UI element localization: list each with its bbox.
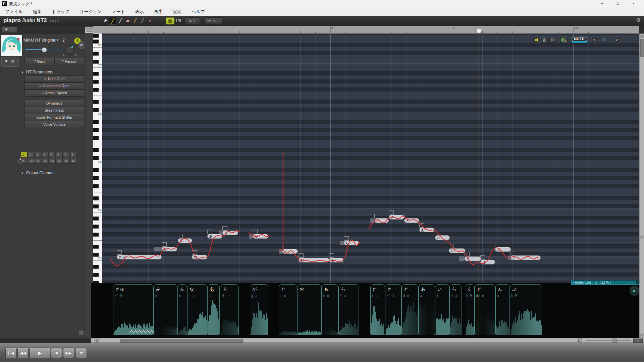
channel-6[interactable]: 6 xyxy=(56,152,63,157)
black-key[interactable] xyxy=(93,52,99,56)
note[interactable]: り xyxy=(222,231,238,235)
note[interactable]: ぶ xyxy=(510,255,541,260)
minimize-button[interactable]: − xyxy=(596,0,608,7)
maximize-button[interactable]: □ xyxy=(612,0,624,7)
note-handle[interactable] xyxy=(435,231,440,235)
scroll-left-icon[interactable]: ◀ xyxy=(94,338,99,343)
note[interactable]: あ xyxy=(419,228,434,232)
note-handle[interactable] xyxy=(222,226,227,231)
channel-1[interactable]: 1 xyxy=(21,152,28,157)
note-handle[interactable] xyxy=(480,255,485,260)
channel-9[interactable]: 9 xyxy=(21,158,28,164)
scroll-up-icon[interactable]: ▲ xyxy=(640,34,644,38)
waveform-strip[interactable]: きゅk' Mみm' iんnなn aあaり4' iがg aとt oおoもm oら4… xyxy=(91,283,639,338)
note-handle[interactable] xyxy=(465,252,470,256)
note[interactable]: お xyxy=(299,258,329,262)
output-channel-header[interactable]: ▼Output Channel xyxy=(21,171,54,175)
singer-fx-toggle[interactable]: ★ ▦ xyxy=(1,57,19,67)
meter-tempo-box[interactable]: METER TEMPO xyxy=(85,27,93,33)
scroll-down-icon[interactable]: ▼ xyxy=(640,235,644,239)
apply-button[interactable]: ↵ xyxy=(614,36,621,44)
black-key[interactable] xyxy=(93,60,99,64)
note-handle[interactable] xyxy=(419,223,424,228)
voice-param-3[interactable]: Voice Voltage xyxy=(24,121,84,128)
menu-item[interactable]: 設定 xyxy=(168,7,186,16)
voice-param-0[interactable]: Dynamics xyxy=(24,100,84,107)
black-key[interactable] xyxy=(93,196,99,200)
black-key[interactable] xyxy=(93,128,99,132)
note-handle[interactable] xyxy=(117,250,122,255)
note-length-dropdown[interactable]: r3▼ xyxy=(184,17,200,24)
note[interactable]: き xyxy=(389,215,404,220)
black-key[interactable] xyxy=(93,156,99,160)
loop-button[interactable]: ⇄ xyxy=(76,348,87,358)
eraser-tool[interactable]: ▰ xyxy=(124,17,131,24)
scroll-right-icon[interactable]: ▶ xyxy=(577,338,582,343)
nt-parameters-header[interactable]: ▼NT Parameters xyxy=(21,70,53,74)
black-key[interactable] xyxy=(93,168,99,172)
channel-8[interactable]: 8 xyxy=(70,152,77,157)
add-track-button[interactable]: +▼ xyxy=(2,27,17,33)
black-key[interactable] xyxy=(93,108,99,112)
piano-keyboard[interactable]: F7C7C6C5C4C3 xyxy=(93,34,103,283)
note-handle[interactable] xyxy=(192,250,197,255)
play-button[interactable]: ▶ xyxy=(30,348,50,358)
rewind-button[interactable]: ◀◀ xyxy=(17,348,29,358)
note[interactable]: た xyxy=(374,218,389,223)
panpot-button[interactable]: * Panpot xyxy=(54,58,84,65)
black-key[interactable] xyxy=(93,253,99,257)
menu-item[interactable]: リージョン xyxy=(74,7,107,16)
menu-item[interactable]: 編集 xyxy=(28,7,47,16)
forward-button[interactable]: ▶▶ xyxy=(63,348,74,358)
channel-3[interactable]: 3 xyxy=(35,152,42,157)
close-button[interactable]: × xyxy=(628,0,639,7)
nt-param-0[interactable]: ılıNote Gain xyxy=(24,75,84,82)
menu-item[interactable]: ノート xyxy=(107,7,130,16)
black-key[interactable] xyxy=(93,176,99,180)
black-key[interactable] xyxy=(93,80,99,84)
channel-14[interactable]: 14 xyxy=(56,158,63,164)
pitch-curve-tool-button[interactable]: ∿ xyxy=(591,36,598,44)
horizontal-scrollbar[interactable]: ◀ ▶ ∿ xyxy=(91,338,644,343)
note[interactable]: ら xyxy=(449,248,465,253)
vscroll-thumb[interactable] xyxy=(640,39,644,57)
menu-item[interactable]: 再生 xyxy=(149,7,168,16)
volume-knob[interactable] xyxy=(42,47,47,53)
note[interactable]: み xyxy=(162,247,177,251)
singer-avatar[interactable] xyxy=(1,35,22,56)
track-name[interactable]: MIKU NT Original++ 2 xyxy=(23,38,65,43)
black-key[interactable] xyxy=(93,204,99,208)
note[interactable]: と xyxy=(282,249,298,254)
pan-knob[interactable] xyxy=(65,45,75,55)
note[interactable]: も xyxy=(329,258,343,262)
note-handle[interactable] xyxy=(207,230,212,234)
pencil-tool[interactable]: ╱ xyxy=(109,17,116,25)
vertical-scrollbar[interactable]: ▲ ▼ ▼ xyxy=(639,34,644,338)
scroll-down2-icon[interactable]: ▼ xyxy=(640,334,644,338)
voice-param-2[interactable]: Super Formant Shifter xyxy=(24,114,84,121)
channel-4[interactable]: 4 xyxy=(42,152,49,157)
note-handle[interactable] xyxy=(282,245,287,249)
note-handle[interactable] xyxy=(449,244,454,248)
grid-snap-button[interactable]: ▦ xyxy=(166,17,174,24)
note-handle[interactable] xyxy=(178,234,183,238)
menu-item[interactable]: トラック xyxy=(47,7,74,16)
black-key[interactable] xyxy=(93,245,99,249)
black-key[interactable] xyxy=(93,225,99,229)
note-view-button[interactable]: NOTE xyxy=(572,37,587,41)
channel-11[interactable]: 11 xyxy=(35,158,42,164)
channel-2[interactable]: 2 xyxy=(28,152,35,157)
note[interactable]: ぜ xyxy=(480,260,495,264)
timeline-ruler[interactable]: 78910 xyxy=(93,26,639,34)
note-handle[interactable] xyxy=(253,230,258,234)
note[interactable]: ん xyxy=(178,238,192,243)
note-handle[interactable] xyxy=(162,242,167,247)
black-key[interactable] xyxy=(93,217,99,221)
preview-speaker-button[interactable] xyxy=(533,36,540,44)
note[interactable]: な xyxy=(192,255,207,259)
note[interactable]: きゅ xyxy=(117,255,162,259)
zoom-slider[interactable] xyxy=(586,340,631,341)
channel-10[interactable]: 10 xyxy=(28,158,35,164)
channel-7[interactable]: 7 xyxy=(63,152,70,157)
channel-15[interactable]: 15 xyxy=(63,158,70,164)
